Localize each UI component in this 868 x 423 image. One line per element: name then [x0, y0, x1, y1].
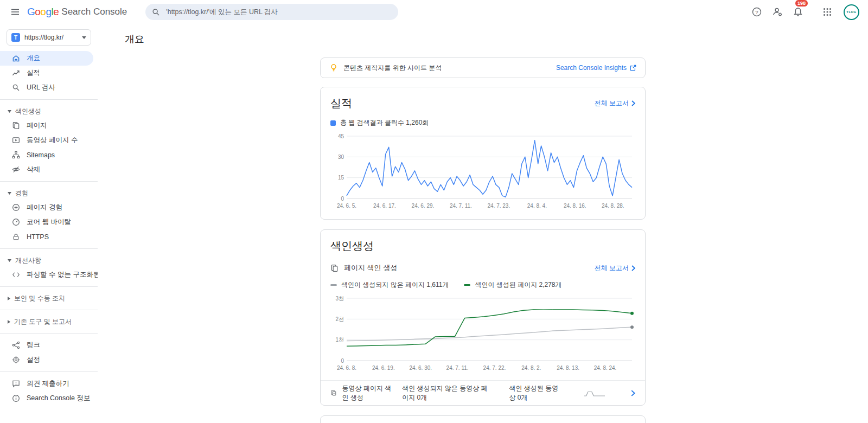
property-selector[interactable]: T https://tlog.kr/ [7, 29, 91, 46]
sidebar-group-experience[interactable]: 경험 [0, 186, 98, 200]
sidebar-item-label: 동영상 페이지 수 [27, 136, 78, 145]
sidebar-item-links[interactable]: 링크 [0, 338, 93, 352]
svg-text:0: 0 [341, 196, 344, 202]
chevron-right-icon [631, 390, 635, 396]
page-experience-icon [12, 203, 20, 211]
property-label: https://tlog.kr/ [24, 34, 63, 41]
sidebar-item-label: URL 검사 [27, 83, 55, 92]
svg-text:24. 6. 19.: 24. 6. 19. [372, 365, 395, 371]
svg-text:24. 6. 29.: 24. 6. 29. [412, 203, 435, 209]
sidebar-item-label: 링크 [27, 341, 40, 350]
hamburger-icon [10, 7, 20, 17]
help-button[interactable]: ? [747, 2, 767, 22]
search-bar[interactable] [145, 4, 398, 20]
sidebar: T https://tlog.kr/ 개요 실적 [0, 24, 98, 423]
caret-right-icon [8, 297, 10, 300]
sidebar-item-label: 페이지 경험 [27, 203, 62, 212]
video-pages-icon [330, 389, 337, 397]
svg-text:30: 30 [338, 154, 344, 160]
sidebar-divider [0, 333, 98, 334]
account-avatar[interactable]: TLOG [844, 4, 859, 20]
svg-text:45: 45 [338, 133, 344, 139]
sidebar-group-label: 경험 [15, 189, 28, 198]
svg-text:24. 8. 24.: 24. 8. 24. [594, 365, 617, 371]
sidebar-item-label: 실적 [27, 68, 40, 78]
feedback-icon [12, 380, 20, 388]
sidebar-item-overview[interactable]: 개요 [0, 51, 93, 66]
sidebar-item-video-pages[interactable]: 동영상 페이지 수 [0, 133, 93, 148]
main-content: 개요 콘텐츠 제작자를 위한 사이트 분석 Search Console Ins… [98, 24, 868, 423]
sidebar-divider [0, 310, 98, 310]
sidebar-item-label: 파싱할 수 없는 구조화된 ... [27, 270, 98, 279]
video-indexing-row[interactable]: 동영상 페이지 색인 생성 색인 생성되지 않은 동영상 페이지 0개 색인 생… [321, 380, 645, 405]
sidebar-item-settings[interactable]: 설정 [0, 352, 93, 367]
sidebar-group-indexing[interactable]: 색인생성 [0, 104, 98, 118]
search-icon [152, 8, 160, 16]
svg-text:24. 7. 11.: 24. 7. 11. [450, 203, 472, 209]
chevron-right-icon [631, 265, 635, 271]
user-settings-button[interactable] [768, 2, 787, 22]
full-report-label: 전체 보고서 [595, 264, 629, 273]
svg-text:24. 8. 4.: 24. 8. 4. [527, 203, 547, 209]
core-web-vitals-icon [12, 218, 20, 226]
indexed-legend-chip [464, 284, 470, 286]
video-sparkline [583, 389, 606, 397]
pages-icon [330, 264, 339, 272]
sidebar-item-pages[interactable]: 페이지 [0, 118, 93, 133]
video-pages-icon [12, 136, 20, 144]
topbar: Google Search Console ? [0, 0, 868, 24]
sitemap-icon [12, 151, 20, 159]
app-logo[interactable]: Google Search Console [27, 6, 127, 18]
google-logo-text: Google [27, 6, 59, 18]
page-title: 개요 [125, 33, 868, 46]
svg-text:24. 6. 30.: 24. 6. 30. [409, 365, 432, 371]
indexing-card-title: 색인생성 [330, 239, 374, 253]
notifications-button[interactable]: 198 [788, 2, 808, 22]
sidebar-group-security[interactable]: 보안 및 수동 조치 [0, 291, 98, 305]
sidebar-group-legacy-tools[interactable]: 기존 도구 및 보고서 [0, 315, 98, 329]
svg-text:24. 8. 2.: 24. 8. 2. [521, 365, 541, 371]
sidebar-item-label: 코어 웹 바이탈 [27, 217, 71, 227]
apps-button[interactable] [818, 2, 837, 22]
sidebar-item-feedback[interactable]: 의견 제출하기 [0, 376, 93, 391]
links-icon [12, 341, 20, 349]
sidebar-divider [0, 99, 98, 100]
insights-banner[interactable]: 콘텐츠 제작자를 위한 사이트 분석 Search Console Insigh… [320, 57, 646, 78]
sidebar-item-performance[interactable]: 실적 [0, 66, 93, 80]
sidebar-item-about[interactable]: Search Console 정보 [0, 391, 93, 406]
sidebar-item-unparsable-structured-data[interactable]: 파싱할 수 없는 구조화된 ... [0, 267, 93, 282]
sidebar-item-removals[interactable]: 삭제 [0, 162, 93, 177]
not-indexed-legend-label: 색인이 생성되지 않은 페이지 1,611개 [341, 280, 449, 290]
sidebar-group-enhancements[interactable]: 개선사항 [0, 253, 98, 267]
svg-text:0: 0 [341, 358, 344, 364]
caret-right-icon [8, 320, 10, 324]
eye-off-icon [12, 165, 20, 174]
sidebar-item-core-web-vitals[interactable]: 코어 웹 바이탈 [0, 215, 93, 229]
code-brackets-icon [12, 271, 20, 279]
sidebar-item-url-inspection[interactable]: URL 검사 [0, 80, 93, 95]
sidebar-item-page-experience[interactable]: 페이지 경험 [0, 200, 93, 215]
search-input[interactable] [165, 8, 392, 16]
chevron-right-icon [631, 100, 635, 106]
svg-text:24. 6. 8.: 24. 6. 8. [337, 365, 356, 371]
menu-button[interactable] [5, 2, 25, 22]
caret-down-icon [8, 259, 11, 262]
svg-text:24. 7. 23.: 24. 7. 23. [488, 203, 510, 209]
external-link-icon [630, 65, 636, 71]
video-indexed-stat: 색인 생성된 동영상 0개 [509, 384, 561, 402]
sidebar-divider [0, 286, 98, 287]
insights-link[interactable]: Search Console Insights [556, 64, 636, 72]
svg-text:2천: 2천 [335, 316, 344, 322]
performance-chart: 015304524. 6. 5.24. 6. 17.24. 6. 29.24. … [330, 132, 635, 213]
sidebar-item-https[interactable]: HTTPS [0, 229, 93, 244]
sidebar-item-label: Sitemaps [27, 151, 55, 159]
indexing-full-report-link[interactable]: 전체 보고서 [595, 264, 635, 273]
svg-text:24. 8. 16.: 24. 8. 16. [564, 203, 586, 209]
performance-full-report-link[interactable]: 전체 보고서 [595, 99, 635, 108]
svg-text:24. 6. 17.: 24. 6. 17. [373, 203, 396, 209]
svg-text:1천: 1천 [335, 337, 344, 343]
video-row-chevron[interactable] [631, 390, 635, 396]
insights-link-label: Search Console Insights [556, 64, 627, 72]
sidebar-item-sitemaps[interactable]: Sitemaps [0, 148, 93, 162]
sidebar-nav: 개요 실적 URL 검사 색인생성 [0, 51, 98, 406]
